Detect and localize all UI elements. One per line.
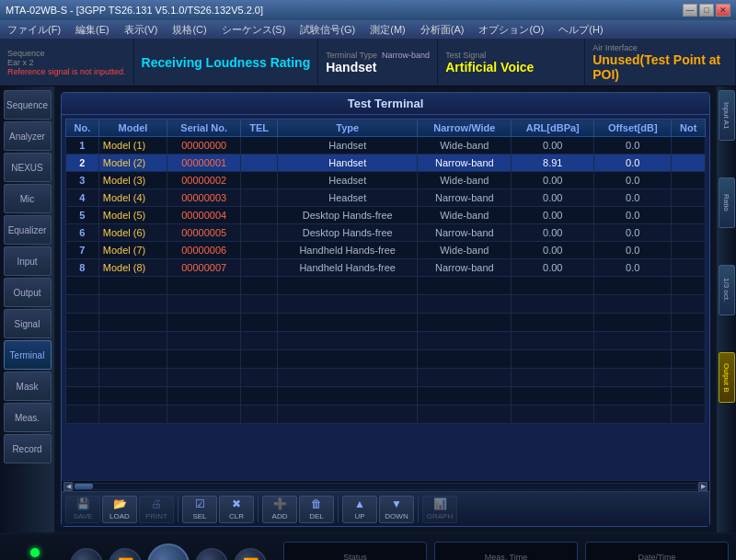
test-signal-section: Test Signal Artificial Voice: [438, 39, 585, 86]
menu-sequence[interactable]: シーケンス(S): [218, 22, 290, 38]
cell-not: [672, 154, 706, 172]
table-row[interactable]: 7 Model (7) 00000006 Handheld Hands-free…: [66, 242, 706, 259]
cell-tel: [241, 154, 278, 172]
cell-empty: [167, 387, 241, 406]
cell-empty: [418, 350, 512, 369]
cell-nw: Wide-band: [418, 137, 512, 154]
oct-button[interactable]: 1/3 oct.: [719, 265, 735, 315]
stop-button[interactable]: ⏹: [195, 548, 228, 560]
print-button[interactable]: 🖨 PRINT: [139, 496, 174, 523]
cell-model: Model (2): [98, 154, 167, 172]
sidebar-item-mask[interactable]: Mask: [4, 371, 52, 401]
cell-nw: Narrow-band: [418, 224, 512, 242]
forward-button[interactable]: ⏩: [234, 548, 267, 560]
cell-not: [672, 207, 706, 224]
down-button[interactable]: ▼ DOWN: [379, 496, 414, 523]
add-label: ADD: [272, 512, 288, 520]
cell-empty: [66, 350, 99, 369]
scrollbar-track[interactable]: [73, 483, 698, 490]
table-row-empty: [66, 406, 706, 424]
toolbar: 💾 SAVE 📂 LOAD 🖨 PRINT ☑ SEL ✖: [62, 491, 709, 526]
cell-model: Model (7): [98, 242, 167, 259]
sidebar-item-signal[interactable]: Signal: [4, 309, 52, 338]
menu-options[interactable]: オプション(O): [475, 22, 547, 38]
cell-serial: 00000000: [167, 137, 241, 154]
table-row[interactable]: 2 Model (2) 00000001 Handset Narrow-band…: [66, 154, 706, 172]
cell-nw: Narrow-band: [418, 189, 512, 207]
sidebar-item-terminal[interactable]: Terminal: [4, 340, 52, 370]
cell-offset: 0.0: [594, 154, 672, 172]
col-tel: TEL: [241, 120, 278, 137]
sidebar-item-nexus[interactable]: NEXUS: [4, 153, 52, 182]
menu-help[interactable]: ヘルプ(H): [555, 22, 606, 38]
cell-empty: [278, 369, 418, 387]
cell-type: Handheld Hands-free: [278, 242, 418, 259]
table-row[interactable]: 1 Model (1) 00000000 Handset Wide-band 0…: [66, 137, 706, 154]
table-row[interactable]: 5 Model (5) 00000004 Desktop Hands-free …: [66, 207, 706, 224]
col-model: Model: [98, 120, 167, 137]
table-row-empty: [66, 387, 706, 406]
table-row[interactable]: 3 Model (3) 00000002 Headset Wide-band 0…: [66, 172, 706, 189]
menu-file[interactable]: ファイル(F): [4, 22, 64, 38]
cell-arl: 0.00: [512, 259, 594, 277]
load-button[interactable]: 📂 LOAD: [102, 496, 137, 523]
sel-button[interactable]: ☑ SEL: [182, 496, 217, 523]
scroll-left-button[interactable]: ◀: [63, 482, 73, 491]
cell-no: 7: [66, 242, 99, 259]
menu-standard[interactable]: 規格(C): [168, 22, 210, 38]
sidebar-item-meas[interactable]: Meas.: [4, 403, 52, 432]
add-button[interactable]: ➕ ADD: [262, 496, 297, 523]
sidebar-item-sequence[interactable]: Sequence: [4, 90, 52, 120]
cell-empty: [98, 332, 167, 350]
output-b-button[interactable]: Output B: [719, 352, 735, 403]
cell-empty: [512, 314, 594, 332]
menu-view[interactable]: 表示(V): [121, 22, 162, 38]
cell-empty: [418, 332, 512, 350]
cell-empty: [241, 332, 278, 350]
close-button[interactable]: ✕: [716, 4, 730, 17]
menu-test-signal[interactable]: 試験信号(G): [296, 22, 359, 38]
sidebar-item-equalizer[interactable]: Equalizer: [4, 215, 52, 245]
table-container[interactable]: No. Model Serial No. TEL Type Narrow/Wid…: [62, 115, 709, 480]
cell-arl: 0.00: [512, 242, 594, 259]
save-button[interactable]: 💾 SAVE: [65, 496, 100, 523]
sidebar-item-analyzer[interactable]: Analyzer: [4, 121, 52, 151]
back-button[interactable]: ⏪: [109, 548, 142, 560]
clr-button[interactable]: ✖ CLR: [219, 496, 254, 523]
table-row[interactable]: 6 Model (6) 00000005 Desktop Hands-free …: [66, 224, 706, 242]
up-button[interactable]: ▲ UP: [342, 496, 377, 523]
connect-indicator: [30, 548, 40, 557]
load-icon: 📂: [113, 497, 127, 510]
table-row[interactable]: 8 Model (8) 00000007 Handheld Hands-free…: [66, 259, 706, 277]
table-header-row: No. Model Serial No. TEL Type Narrow/Wid…: [66, 120, 706, 137]
menu-measure[interactable]: 測定(M): [366, 22, 409, 38]
cell-empty: [418, 369, 512, 387]
cell-arl: 0.00: [512, 189, 594, 207]
cell-empty: [418, 406, 512, 424]
sidebar-item-output[interactable]: Output: [4, 278, 52, 307]
play-button[interactable]: ▶: [147, 543, 190, 560]
sidebar-item-mic[interactable]: Mic: [4, 184, 52, 213]
minimize-button[interactable]: —: [683, 4, 697, 17]
input-a1-button[interactable]: Input A1: [719, 90, 735, 141]
cell-empty: [512, 332, 594, 350]
cell-empty: [418, 314, 512, 332]
table-row[interactable]: 4 Model (4) 00000003 Headset Narrow-band…: [66, 189, 706, 207]
cell-empty: [672, 295, 706, 314]
cell-empty: [241, 406, 278, 424]
rewind-button[interactable]: ⏮: [70, 548, 103, 560]
cell-empty: [167, 295, 241, 314]
graph-button[interactable]: 📊 GRAPH: [422, 496, 457, 523]
menu-analysis[interactable]: 分析面(A): [417, 22, 468, 38]
sidebar-item-input[interactable]: Input: [4, 246, 52, 276]
del-button[interactable]: 🗑 DEL: [299, 496, 334, 523]
cell-arl: 0.00: [512, 207, 594, 224]
menu-edit[interactable]: 編集(E): [72, 22, 113, 38]
maximize-button[interactable]: □: [699, 4, 714, 17]
scroll-right-button[interactable]: ▶: [698, 482, 707, 491]
cell-offset: 0.0: [594, 224, 672, 242]
cell-empty: [98, 406, 167, 424]
cell-empty: [672, 277, 706, 295]
sidebar-item-record[interactable]: Record: [4, 434, 52, 463]
ratio-button[interactable]: Ratio: [719, 177, 735, 228]
